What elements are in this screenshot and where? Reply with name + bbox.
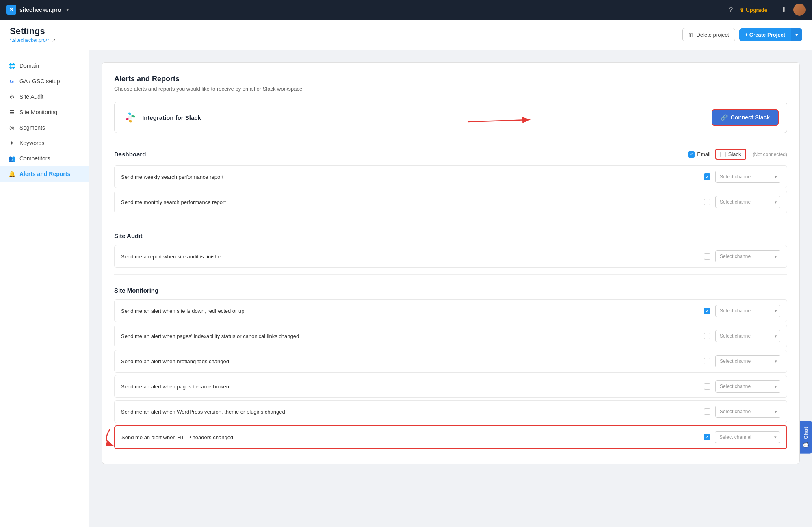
sidebar-item-site-audit[interactable]: ⚙ Site Audit [0, 89, 89, 104]
segments-icon: ◎ [8, 124, 15, 131]
slack-header-label: Slack [715, 149, 746, 160]
audit-channel-select[interactable]: Select channel [715, 250, 780, 262]
sidebar-item-competitors[interactable]: 👥 Competitors [0, 151, 89, 166]
email-slack-header: Email Slack (Not connected) [688, 149, 787, 160]
http-headers-label: Send me an alert when HTTP headers chang… [121, 434, 233, 440]
http-headers-email-checkbox[interactable] [704, 434, 710, 440]
hreflang-channel-wrapper: Select channel [715, 355, 780, 367]
slack-banner: Integration for Slack 🔗 Connect Slack [114, 102, 787, 133]
page-header: Settings *.sitechecker.pro/* ↗ 🗑 Delete … [0, 20, 812, 50]
dashboard-category-name: Dashboard [114, 151, 146, 158]
subtitle-link[interactable]: *.sitechecker.pro/* [10, 37, 49, 43]
create-project-group: + Create Project ▾ [739, 28, 802, 41]
indexability-channel-select[interactable]: Select channel [715, 330, 780, 342]
avatar[interactable] [793, 4, 806, 16]
not-connected-label: (Not connected) [753, 152, 787, 157]
alert-row-http-headers: Send me an alert when HTTP headers chang… [114, 425, 787, 449]
weekly-email-checkbox[interactable] [704, 173, 710, 180]
sidebar-item-domain[interactable]: 🌐 Domain [0, 58, 89, 74]
header-actions: 🗑 Delete project + Create Project ▾ [682, 28, 802, 41]
page-title-area: Settings *.sitechecker.pro/* ↗ [10, 26, 56, 43]
help-button[interactable]: ? [729, 6, 733, 14]
sidebar-item-alerts[interactable]: 🔔 Alerts and Reports [0, 166, 89, 182]
http-headers-channel-wrapper: Select channel [715, 431, 780, 443]
site-down-channel-select[interactable]: Select channel [715, 305, 780, 317]
sidebar-item-label-site-audit: Site Audit [19, 93, 43, 100]
site-monitoring-category-header: Site Monitoring [114, 281, 787, 298]
alert-row-hreflang: Send me an alert when hreflang tags chan… [114, 350, 787, 373]
trash-icon: 🗑 [689, 32, 694, 38]
wordpress-email-checkbox[interactable] [704, 408, 710, 415]
weekly-report-label: Send me weekly search performance report [121, 174, 223, 180]
alert-row-weekly: Send me weekly search performance report… [114, 165, 787, 188]
alerts-icon: 🔔 [8, 170, 15, 178]
slack-logo-icon [123, 110, 137, 125]
hreflang-label: Send me an alert when hreflang tags chan… [121, 358, 229, 364]
weekly-report-controls: Select channel [704, 171, 780, 183]
broken-pages-email-checkbox[interactable] [704, 383, 710, 390]
http-headers-channel-select[interactable]: Select channel [715, 431, 780, 443]
site-monitoring-category-name: Site Monitoring [114, 287, 158, 294]
indexability-email-checkbox[interactable] [704, 333, 710, 339]
connect-slack-button[interactable]: 🔗 Connect Slack [712, 109, 779, 126]
navbar-right: ? ♛ Upgrade ⬇ [729, 4, 806, 16]
domain-icon: 🌐 [8, 62, 15, 69]
delete-project-button[interactable]: 🗑 Delete project [682, 28, 735, 41]
sidebar-item-label-ga-gsc: GA / GSC setup [19, 78, 60, 85]
broken-pages-label: Send me an alert when pages became broke… [121, 384, 229, 390]
sidebar-item-label-segments: Segments [19, 124, 45, 131]
content-card: Alerts and Reports Choose alerts and rep… [102, 62, 800, 464]
nav-divider [774, 5, 774, 15]
app-logo[interactable]: S sitechecker.pro ▾ [6, 5, 69, 15]
sidebar-item-label-site-monitoring: Site Monitoring [19, 109, 57, 115]
sidebar-item-keywords[interactable]: ✦ Keywords [0, 135, 89, 151]
navbar-left: S sitechecker.pro ▾ [6, 5, 69, 15]
wordpress-channel-select[interactable]: Select channel [715, 406, 780, 418]
chat-icon: 💬 [803, 442, 809, 448]
alert-row-monthly: Send me monthly search performance repor… [114, 191, 787, 213]
indexability-controls: Select channel [704, 330, 780, 342]
email-header-label: Email [688, 151, 710, 158]
broken-pages-channel-select[interactable]: Select channel [715, 380, 780, 393]
divider-dashboard [114, 220, 787, 220]
indexability-channel-wrapper: Select channel [715, 330, 780, 342]
wordpress-label: Send me an alert when WordPress version,… [121, 409, 285, 415]
indexability-label: Send me an alert when pages' indexabilit… [121, 333, 299, 339]
chat-button[interactable]: 💬 Chat [800, 421, 812, 454]
sidebar-item-label-competitors: Competitors [19, 155, 50, 162]
monthly-email-checkbox[interactable] [704, 199, 710, 205]
connect-slack-wrapper: 🔗 Connect Slack [712, 109, 779, 126]
monthly-channel-wrapper: Select channel [715, 196, 780, 208]
download-button[interactable]: ⬇ [781, 5, 787, 14]
audit-email-checkbox[interactable] [704, 253, 710, 260]
hreflang-channel-select[interactable]: Select channel [715, 355, 780, 367]
dashboard-category-header: Dashboard Email Slack (Not connected) [114, 143, 787, 164]
sidebar-item-ga-gsc[interactable]: G GA / GSC setup [0, 74, 89, 89]
email-header-checkbox [688, 151, 695, 158]
http-headers-row-wrapper: Send me an alert when HTTP headers chang… [114, 425, 787, 449]
create-project-button[interactable]: + Create Project [739, 28, 791, 41]
alerts-section-title: Alerts and Reports [114, 75, 787, 83]
hreflang-email-checkbox[interactable] [704, 358, 710, 364]
sidebar-item-site-monitoring[interactable]: ☰ Site Monitoring [0, 104, 89, 120]
create-project-dropdown-button[interactable]: ▾ [791, 28, 802, 41]
monthly-report-controls: Select channel [704, 196, 780, 208]
sidebar-item-label-domain: Domain [19, 63, 39, 69]
sidebar-item-segments[interactable]: ◎ Segments [0, 120, 89, 135]
logo-icon: S [6, 5, 16, 15]
competitors-icon: 👥 [8, 155, 15, 162]
audit-finished-controls: Select channel [704, 250, 780, 262]
main-content: Alerts and Reports Choose alerts and rep… [89, 50, 812, 527]
slack-integration-area: Integration for Slack 🔗 Connect Slack [114, 102, 787, 133]
site-audit-category-header: Site Audit [114, 227, 787, 243]
site-monitoring-icon: ☰ [8, 108, 15, 116]
upgrade-button[interactable]: ♛ Upgrade [739, 7, 767, 13]
slack-header-checkbox [720, 152, 726, 157]
divider-site-audit [114, 274, 787, 275]
weekly-channel-select[interactable]: Select channel [715, 171, 780, 183]
audit-channel-wrapper: Select channel [715, 250, 780, 262]
site-down-email-checkbox[interactable] [704, 308, 710, 314]
alert-row-indexability: Send me an alert when pages' indexabilit… [114, 325, 787, 347]
http-arrow [90, 437, 114, 453]
monthly-channel-select[interactable]: Select channel [715, 196, 780, 208]
